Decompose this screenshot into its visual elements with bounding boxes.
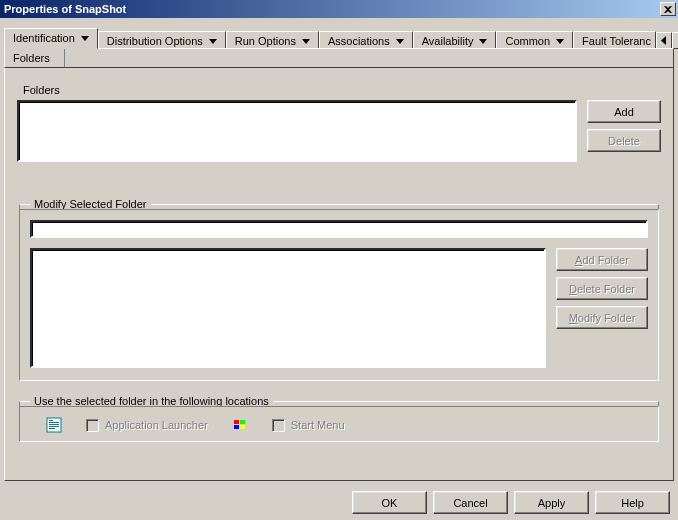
windows-logo-icon [232, 417, 248, 433]
tab-label: Common [505, 35, 550, 47]
chevron-down-icon [81, 36, 89, 41]
tab-label: Availability [422, 35, 474, 47]
tab-label: Fault Toleranc [582, 35, 651, 47]
tab-strip: Identification Distribution Options Run … [4, 26, 674, 49]
tab-scroll-right[interactable] [672, 32, 678, 49]
delete-folder-button: Delete Folder [556, 277, 648, 300]
checkbox-icon [86, 419, 99, 432]
apply-button[interactable]: Apply [514, 491, 589, 514]
chevron-down-icon [396, 39, 404, 44]
app-launcher-option: Application Launcher [86, 419, 208, 432]
add-button[interactable]: Add [587, 100, 661, 123]
close-icon [664, 6, 672, 13]
chevron-down-icon [302, 39, 310, 44]
svg-rect-8 [234, 425, 239, 429]
help-button[interactable]: Help [595, 491, 670, 514]
window-title: Properties of SnapShot [4, 3, 126, 15]
cancel-button[interactable]: Cancel [433, 491, 508, 514]
svg-rect-2 [49, 422, 59, 423]
title-bar: Properties of SnapShot [0, 0, 678, 18]
checkbox-icon [272, 419, 285, 432]
tab-identification[interactable]: Identification [4, 28, 98, 49]
selected-folder-input[interactable] [30, 220, 648, 238]
content-panel: Folders Add Delete Modify Selected Folde… [4, 67, 674, 481]
modify-legend: Modify Selected Folder [30, 198, 151, 210]
locations-legend: Use the selected folder in the following… [30, 395, 273, 407]
folders-listbox[interactable] [17, 100, 577, 162]
close-button[interactable] [660, 2, 676, 16]
tab-label: Identification [13, 32, 75, 44]
arrow-left-icon [661, 36, 667, 45]
app-launcher-label: Application Launcher [105, 419, 208, 431]
subtab-folders[interactable]: Folders [5, 49, 65, 67]
dialog-buttons: OK Cancel Apply Help [352, 491, 670, 514]
modify-listbox[interactable] [30, 248, 546, 368]
svg-rect-1 [49, 420, 53, 421]
svg-rect-6 [234, 420, 239, 424]
folders-heading: Folders [23, 84, 661, 96]
chevron-down-icon [479, 39, 487, 44]
chevron-down-icon [556, 39, 564, 44]
app-launcher-icon [46, 417, 62, 433]
modify-selected-folder-group: Modify Selected Folder Add Folder Delete… [19, 198, 659, 381]
modify-folder-button: Modify Folder [556, 306, 648, 329]
start-menu-option: Start Menu [272, 419, 345, 432]
ok-button[interactable]: OK [352, 491, 427, 514]
svg-rect-5 [49, 428, 55, 429]
svg-rect-9 [240, 425, 245, 429]
svg-rect-3 [49, 424, 59, 425]
subtab-row: Folders [4, 48, 674, 68]
delete-button: Delete [587, 129, 661, 152]
start-menu-label: Start Menu [291, 419, 345, 431]
tab-scroll-left[interactable] [656, 32, 672, 49]
subtab-label: Folders [13, 52, 50, 64]
svg-rect-7 [240, 420, 245, 424]
tab-label: Run Options [235, 35, 296, 47]
chevron-down-icon [209, 39, 217, 44]
add-folder-button: Add Folder [556, 248, 648, 271]
tab-label: Associations [328, 35, 390, 47]
locations-group: Use the selected folder in the following… [19, 395, 659, 442]
tab-label: Distribution Options [107, 35, 203, 47]
svg-rect-4 [49, 426, 59, 427]
